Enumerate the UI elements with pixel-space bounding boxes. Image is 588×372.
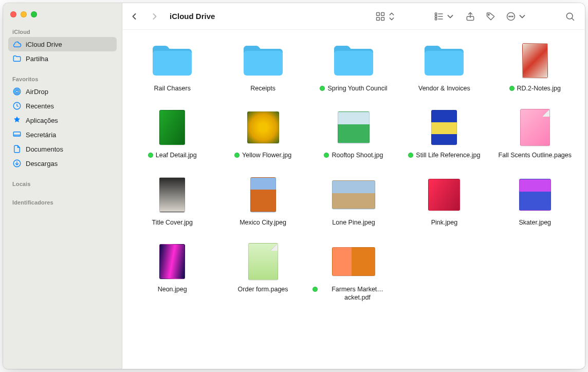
file-item[interactable]: Vendor & Invoices [401,41,487,92]
file-item[interactable]: Yellow Flower.jpg [220,108,305,159]
svg-rect-11 [381,17,384,20]
close-button[interactable] [10,11,16,17]
folder-icon [150,41,194,80]
content-area[interactable]: Rail ChasersReceiptsSpring Youth Council… [122,30,585,369]
sidebar-item-secretária[interactable]: Secretária [8,127,117,142]
svg-rect-4 [13,132,21,136]
file-name-label: Fall Scents Outline.pages [499,151,572,159]
document-icon [12,144,22,154]
file-name-label: Still Life Reference.jpg [416,151,480,159]
sidebar-item-aplicações[interactable]: Aplicações [8,113,117,127]
sidebar-item-partilha[interactable]: Partilha [8,51,117,66]
file-item[interactable]: Mexico City.jpeg [220,175,305,227]
file-name-label: Order form.pages [238,285,288,293]
share-button[interactable] [463,9,478,24]
sidebar-item-icloud-drive[interactable]: iCloud Drive [8,37,117,51]
file-label-row: Leaf Detail.jpg [148,151,197,159]
file-name-label: Farmers Market…acket.pdf [320,285,395,302]
sidebar-item-label: Recentes [26,102,54,110]
file-name-label: Neon.jpeg [158,285,187,293]
file-item[interactable]: Receipts [220,41,305,92]
folder-icon [332,41,376,80]
file-item[interactable]: Rooftop Shoot.jpg [311,108,396,159]
svg-rect-27 [244,51,283,76]
file-name-label: Yellow Flower.jpg [242,151,291,159]
file-item[interactable]: Lone Pine.jpeg [311,175,396,227]
airdrop-icon [12,87,22,96]
sidebar-section-title: Favoritos [3,73,122,84]
fullscreen-button[interactable] [31,11,37,17]
actions-button[interactable] [504,9,529,24]
file-item[interactable]: Still Life Reference.jpg [401,108,487,159]
file-item[interactable]: RD.2-Notes.jpg [492,41,578,92]
window-controls [3,8,122,26]
sidebar-item-documentos[interactable]: Documentos [8,142,117,156]
sidebar-item-label: Documentos [26,145,63,153]
toolbar: iCloud Drive [122,3,585,30]
svg-rect-10 [377,17,380,20]
sidebar-item-descargas[interactable]: Descargas [8,156,117,171]
file-thumbnail [332,108,376,147]
file-item[interactable]: Leaf Detail.jpg [130,108,215,159]
svg-point-22 [510,16,511,17]
file-name-label: Receipts [250,84,275,92]
shared-folder-icon [12,54,22,63]
file-label-row: Vendor & Invoices [418,84,470,92]
sidebar-section-title[interactable]: Identificadores [3,196,122,208]
sidebar-item-airdrop[interactable]: AirDrop [8,84,117,99]
file-name-label: Title Cover.jpg [152,218,192,227]
file-item[interactable]: Title Cover.jpg [130,175,215,227]
back-button[interactable] [126,9,142,24]
file-item[interactable]: Neon.jpeg [130,242,215,302]
clock-icon [12,101,22,110]
forward-button[interactable] [147,9,162,24]
sidebar-section-title: iCloud [3,26,122,37]
file-item[interactable]: Skater.jpeg [492,175,578,227]
file-label-row: Skater.jpeg [519,218,552,227]
sidebar-item-label: Aplicações [26,117,58,124]
svg-rect-14 [435,18,437,20]
svg-rect-9 [381,12,384,15]
main-panel: iCloud Drive [122,3,585,369]
file-label-row: Title Cover.jpg [152,218,192,227]
download-icon [12,159,22,168]
file-item[interactable]: Pink.jpeg [401,175,487,227]
sidebar-item-label: Descargas [26,160,58,168]
file-thumbnail [241,175,285,214]
file-label-row: Receipts [250,84,275,92]
icon-grid: Rail ChasersReceiptsSpring Youth Council… [130,41,578,302]
file-thumbnail [422,175,466,214]
file-name-label: RD.2-Notes.jpg [517,84,561,92]
file-name-label: Skater.jpeg [519,218,552,227]
group-by-button[interactable] [432,9,457,24]
svg-point-23 [512,16,513,17]
file-item[interactable]: Farmers Market…acket.pdf [311,242,396,302]
svg-point-0 [16,90,19,93]
file-label-row: Mexico City.jpeg [240,218,286,227]
file-thumbnail [332,242,376,281]
file-item[interactable]: Fall Scents Outline.pages [492,108,578,159]
file-label-row: RD.2-Notes.jpg [509,84,561,92]
file-label-row: Rooftop Shoot.jpg [324,151,383,159]
finder-window: iCloudiCloud DrivePartilhaFavoritosAirDr… [3,3,585,369]
tag-dot-icon [148,153,153,158]
search-button[interactable] [562,9,578,24]
file-label-row: Order form.pages [238,285,288,293]
file-thumbnail [241,108,285,147]
tag-dot-icon [313,287,318,292]
view-switcher[interactable] [373,9,399,24]
tag-dot-icon [234,153,240,158]
file-item[interactable]: Rail Chasers [130,41,215,92]
tags-button[interactable] [483,9,499,24]
sidebar-item-label: Partilha [26,55,48,63]
file-item[interactable]: Order form.pages [220,242,305,302]
file-item[interactable]: Spring Youth Council [311,41,396,92]
sidebar-section-title[interactable]: Locais [3,178,122,189]
file-name-label: Leaf Detail.jpg [156,151,197,159]
sidebar-item-recentes[interactable]: Recentes [8,99,117,113]
file-name-label: Pink.jpeg [431,218,457,227]
folder-icon [422,41,466,80]
file-thumbnail [513,108,557,147]
minimize-button[interactable] [21,11,27,17]
sidebar: iCloudiCloud DrivePartilhaFavoritosAirDr… [3,3,122,369]
